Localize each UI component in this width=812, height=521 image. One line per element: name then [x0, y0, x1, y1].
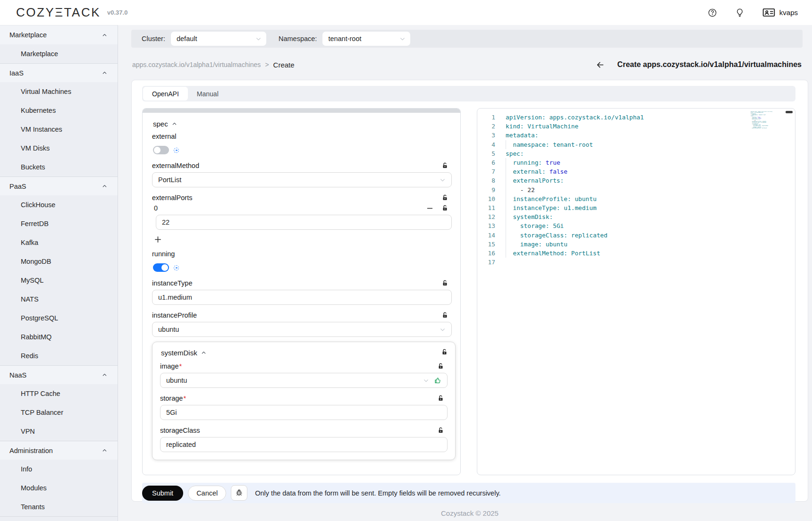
- unlock-icon[interactable]: [438, 363, 444, 370]
- chevron-up-icon: [102, 33, 107, 38]
- user-menu[interactable]: kvaps: [762, 8, 798, 17]
- code-line: 9 - 22: [477, 185, 795, 194]
- sidebar-item-tcp-balancer[interactable]: TCP Balancer: [0, 403, 118, 422]
- externalPorts-item-input[interactable]: 22: [156, 215, 452, 230]
- code-line: 8 externalPorts:: [477, 176, 795, 185]
- sidebar-item-mongodb[interactable]: MongoDB: [0, 252, 118, 271]
- sidebar-item-rabbitmq[interactable]: RabbitMQ: [0, 328, 118, 346]
- add-item-icon[interactable]: [154, 235, 162, 244]
- sidebar-item-modules[interactable]: Modules: [0, 479, 118, 497]
- running-toggle[interactable]: [153, 263, 169, 272]
- image-select-value: ubuntu: [166, 377, 187, 384]
- unlock-icon[interactable]: [442, 162, 448, 169]
- namespace-label: Namespace:: [279, 35, 317, 42]
- editor-scrollbar-thumb[interactable]: [786, 111, 793, 113]
- sidebar-item-tenants[interactable]: Tenants: [0, 497, 118, 516]
- yaml-editor[interactable]: 1apiVersion: apps.cozystack.io/v1alpha12…: [477, 108, 795, 475]
- sidebar-item-ferretdb[interactable]: FerretDB: [0, 214, 118, 233]
- breadcrumb-separator: >: [265, 61, 269, 68]
- sidebar-item-redis[interactable]: Redis: [0, 346, 118, 365]
- sidebar-item-kubernetes[interactable]: Kubernetes: [0, 101, 118, 120]
- back-arrow-icon[interactable]: [595, 60, 605, 69]
- openapi-form-panel: spec external externalMethod: [142, 108, 461, 475]
- sidebar: MarketplaceMarketplaceIaaSVirtual Machin…: [0, 25, 118, 521]
- sidebar-section-marketplace[interactable]: Marketplace: [0, 25, 118, 44]
- breadcrumb-row: apps.cozystack.io/v1alpha1/virtualmachin…: [132, 59, 802, 70]
- editor-minimap[interactable]: apiVersion: apps.cozystack.io/v1alpha1ki…: [751, 111, 772, 131]
- sidebar-item-postgresql[interactable]: PostgreSQL: [0, 309, 118, 328]
- code-line: 15 image: ubuntu: [477, 240, 795, 249]
- unlock-icon[interactable]: [438, 427, 444, 434]
- namespace-select-value: tenant-root: [328, 35, 399, 42]
- unlock-icon[interactable]: [438, 395, 444, 402]
- code-line: 4 namespace: tenant-root: [477, 140, 795, 149]
- sidebar-item-mysql[interactable]: MySQL: [0, 271, 118, 290]
- externalMethod-select[interactable]: PortList: [152, 172, 452, 187]
- cancel-button[interactable]: Cancel: [188, 486, 226, 501]
- external-toggle[interactable]: [153, 146, 169, 154]
- unlock-icon[interactable]: [441, 349, 448, 357]
- line-number: 15: [477, 240, 495, 249]
- chevron-down-icon: [255, 36, 262, 42]
- unlock-icon[interactable]: [442, 194, 448, 201]
- sidebar-item-vm-instances[interactable]: VM Instances: [0, 120, 118, 139]
- instanceType-input[interactable]: u1.medium: [152, 290, 452, 305]
- sidebar-section-administration[interactable]: Administration: [0, 441, 118, 460]
- yaml-code: 1apiVersion: apps.cozystack.io/v1alpha12…: [477, 113, 795, 267]
- remove-item-icon[interactable]: [426, 205, 433, 212]
- unlock-icon[interactable]: [442, 280, 448, 286]
- externalPorts-item-row: 0: [154, 204, 452, 212]
- theme-lightbulb-icon[interactable]: [735, 8, 744, 17]
- image-field-label-row: image*: [160, 362, 448, 370]
- sidebar-item-virtual-machines[interactable]: Virtual Machines: [0, 82, 118, 101]
- sidebar-item-info[interactable]: Info: [0, 460, 118, 479]
- required-mark: *: [183, 395, 186, 402]
- unlock-icon[interactable]: [442, 312, 448, 319]
- externalPorts-item-value: 22: [162, 218, 169, 226]
- sidebar-item-nats[interactable]: NATS: [0, 290, 118, 309]
- breadcrumb-resource-link[interactable]: apps.cozystack.io/v1alpha1/virtualmachin…: [132, 61, 261, 68]
- namespace-select[interactable]: tenant-root: [322, 32, 410, 46]
- storage-input[interactable]: 5Gi: [160, 405, 448, 420]
- line-number: 5: [477, 149, 495, 158]
- topbar: COZYΞTACK v0.37.0 kvaps: [0, 0, 812, 25]
- help-icon[interactable]: [708, 8, 717, 17]
- default-value-indicator-icon: [174, 148, 179, 153]
- chevron-down-icon: [440, 327, 446, 333]
- chevron-up-icon: [102, 184, 107, 189]
- tab-openapi[interactable]: OpenAPI: [143, 87, 188, 101]
- cluster-select[interactable]: default: [171, 32, 266, 46]
- tab-manual[interactable]: Manual: [188, 87, 228, 101]
- spec-section-header[interactable]: spec: [153, 120, 452, 128]
- sidebar-item-vpn[interactable]: VPN: [0, 422, 118, 441]
- chevron-up-icon: [201, 350, 206, 355]
- instanceProfile-select[interactable]: ubuntu: [152, 322, 452, 337]
- line-number: 1: [477, 113, 495, 122]
- chevron-down-icon: [440, 177, 446, 183]
- systemDisk-section-header[interactable]: systemDisk: [161, 349, 448, 357]
- sidebar-section-paas[interactable]: PaaS: [0, 176, 118, 195]
- sidebar-section-naas[interactable]: NaaS: [0, 365, 118, 384]
- debug-button[interactable]: [231, 485, 247, 501]
- sidebar-item-clickhouse[interactable]: ClickHouse: [0, 195, 118, 214]
- sidebar-section-iaas[interactable]: IaaS: [0, 63, 118, 82]
- instanceType-value: u1.medium: [158, 294, 192, 301]
- line-number: 7: [477, 167, 495, 176]
- sidebar-item-kafka[interactable]: Kafka: [0, 233, 118, 252]
- storageClass-input[interactable]: replicated: [160, 437, 448, 452]
- image-select[interactable]: ubuntu: [160, 373, 448, 388]
- sidebar-item-http-cache[interactable]: HTTP Cache: [0, 384, 118, 403]
- storage-value: 5Gi: [166, 409, 177, 416]
- form-scrollbar[interactable]: [143, 109, 460, 113]
- sidebar-item-vm-disks[interactable]: VM Disks: [0, 139, 118, 158]
- unlock-icon[interactable]: [442, 205, 448, 211]
- bug-icon: [235, 489, 243, 497]
- thumbs-up-icon[interactable]: [434, 377, 441, 384]
- storageClass-field-label-row: storageClass: [160, 427, 448, 434]
- sidebar-item-marketplace[interactable]: Marketplace: [0, 44, 118, 63]
- line-number: 4: [477, 140, 495, 149]
- submit-button[interactable]: Submit: [142, 486, 183, 501]
- running-field-label: running: [152, 250, 175, 258]
- sidebar-item-buckets[interactable]: Buckets: [0, 158, 118, 176]
- line-number: 17: [477, 258, 495, 267]
